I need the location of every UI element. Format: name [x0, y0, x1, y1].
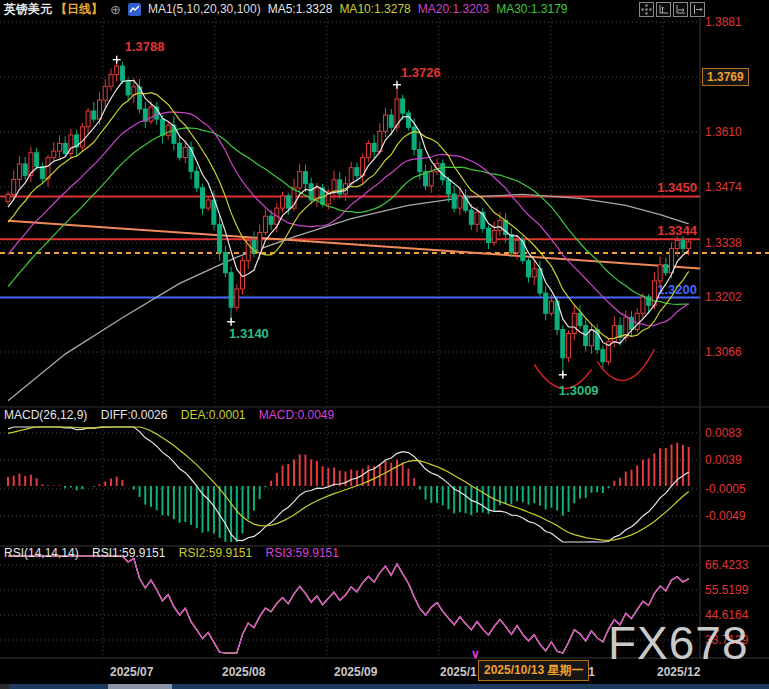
svg-text:0.0039: 0.0039: [705, 453, 742, 467]
ma5-legend: MA5:1.3328: [268, 2, 333, 16]
svg-text:-0.0049: -0.0049: [705, 509, 746, 523]
scrollbar-thumb[interactable]: [108, 684, 172, 689]
scrollbar-corner: [0, 684, 9, 689]
svg-text:1.3202: 1.3202: [705, 290, 742, 304]
crosshair-date-box: 2025/10/13 星期一: [478, 660, 589, 681]
macd-params: MACD(26,12,9): [4, 408, 87, 422]
crosshair-arrow-marker: ∨: [471, 647, 480, 661]
svg-text:1.3474: 1.3474: [705, 180, 742, 194]
rsi-panel: [8, 556, 689, 653]
ma20-legend: MA20:1.3203: [418, 2, 489, 16]
ma30-legend: MA30:1.3179: [496, 2, 567, 16]
svg-text:1.3610: 1.3610: [705, 125, 742, 139]
crosshair-price-box: 1.3769: [702, 68, 749, 86]
fx678-watermark: FX678: [608, 616, 749, 670]
rsi2-value: RSI2:59.9151: [179, 546, 252, 560]
rsi3-value: RSI3:59.9151: [266, 546, 339, 560]
svg-text:55.5199: 55.5199: [705, 583, 749, 597]
crosshair-add-icon[interactable]: ⊕: [110, 2, 121, 17]
svg-text:2025/09: 2025/09: [334, 665, 378, 679]
svg-text:1.3450: 1.3450: [657, 180, 697, 195]
ma-settings-label: MA1(5,10,20,30,100): [148, 2, 261, 16]
svg-text:1.3009: 1.3009: [559, 383, 599, 398]
chart-canvas[interactable]: 1.34501.33441.32001.37881.37261.31401.30…: [0, 0, 769, 689]
svg-text:1.3344: 1.3344: [657, 223, 698, 238]
svg-text:2025/08: 2025/08: [222, 665, 266, 679]
svg-text:1.3066: 1.3066: [705, 345, 742, 359]
level-lines: 1.34501.33441.3200: [0, 180, 769, 297]
svg-text:1.3200: 1.3200: [657, 282, 697, 297]
axis-zoom-right-icon[interactable]: [673, 2, 688, 17]
svg-text:1.3338: 1.3338: [705, 236, 742, 250]
period-badge: 【日线】: [55, 1, 103, 18]
horizontal-scrollbar[interactable]: [0, 684, 769, 689]
price-axis-labels: 1.38811.36101.34741.33381.32021.30660.00…: [705, 15, 749, 647]
macd-header: MACD(26,12,9) DIFF:0.0026 DEA:0.0001 MAC…: [4, 408, 344, 422]
svg-text:1.3726: 1.3726: [401, 65, 441, 80]
svg-text:1.3140: 1.3140: [229, 326, 269, 341]
chart-logo-icon: [128, 3, 141, 16]
svg-text:0.0083: 0.0083: [705, 426, 742, 440]
macd-diff-value: DIFF:0.0026: [101, 408, 168, 422]
axis-zoom-up-icon[interactable]: [656, 2, 671, 17]
svg-text:-0.0005: -0.0005: [705, 482, 746, 496]
macd-macd-value: MACD:0.0049: [259, 408, 334, 422]
macd-panel: [8, 427, 689, 542]
chart-toolbar: [639, 2, 705, 17]
pan-right-icon[interactable]: [690, 2, 705, 17]
rsi-header: RSI(14,14,14) RSI1:59.9151 RSI2:59.9151 …: [4, 546, 349, 560]
symbol-title: 英镑美元: [4, 1, 52, 18]
svg-text:2025/07: 2025/07: [110, 665, 154, 679]
rsi-params: RSI(14,14,14): [4, 546, 79, 560]
move-pad-icon[interactable]: [639, 2, 654, 17]
macd-dea-value: DEA:0.0001: [181, 408, 246, 422]
svg-text:2025/1: 2025/1: [440, 665, 477, 679]
rsi1-value: RSI1:59.9151: [92, 546, 165, 560]
chart-window: 1.34501.33441.32001.37881.37261.31401.30…: [0, 0, 769, 689]
candlesticks[interactable]: [6, 60, 691, 375]
svg-text:1.3788: 1.3788: [125, 39, 165, 54]
ma10-legend: MA10:1.3278: [339, 2, 410, 16]
svg-text:66.4233: 66.4233: [705, 558, 749, 572]
ma-lines: [8, 81, 689, 346]
